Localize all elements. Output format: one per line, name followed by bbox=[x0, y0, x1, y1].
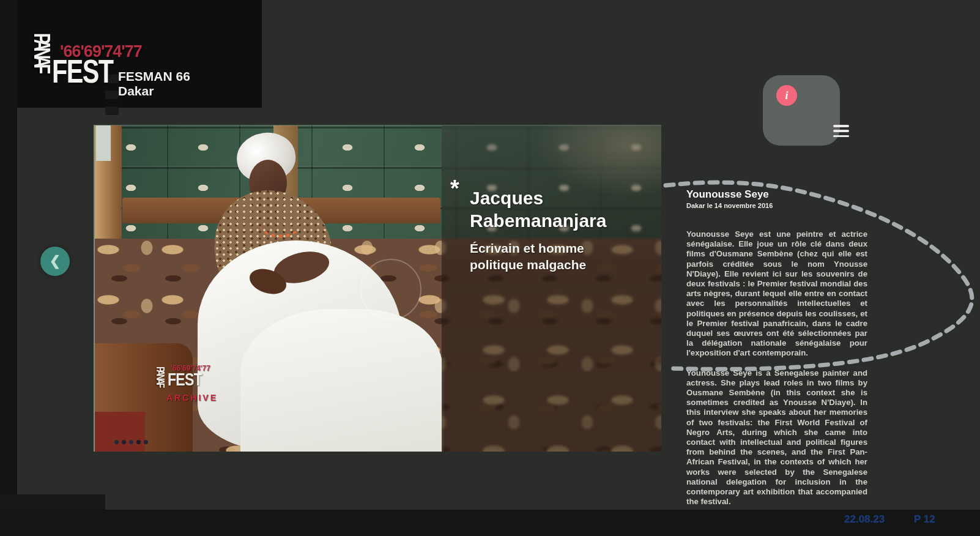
biography-title: Younousse Seye bbox=[686, 188, 867, 201]
info-button[interactable]: i bbox=[776, 85, 797, 106]
hamburger-menu-icon[interactable] bbox=[833, 125, 849, 137]
info-icon: i bbox=[785, 89, 788, 102]
speaker-role-line2: politique malgache bbox=[470, 256, 586, 273]
chevron-left-icon: ❮ bbox=[50, 255, 61, 268]
logo-fest-text: FEST bbox=[52, 53, 113, 90]
control-panel: i bbox=[763, 75, 840, 146]
watermark-panaf-text: PANAF bbox=[154, 367, 167, 406]
asterisk-mark: * bbox=[450, 176, 459, 202]
panafest-archive-watermark: PANAF '66'69'74'77 FEST ARCHIVE bbox=[154, 364, 235, 422]
bead-necklace bbox=[260, 211, 300, 238]
red-cloth bbox=[95, 412, 145, 452]
speaker-name-line1: Jacques bbox=[470, 187, 606, 209]
speaker-role-line1: Écrivain et homme bbox=[470, 240, 586, 256]
biography-panel: Younousse Seye Dakar le 14 novembre 2016… bbox=[686, 188, 867, 507]
panafest-logo[interactable]: PANAF '66'69'74'77 FEST FESMAN 66 Dakar bbox=[28, 31, 229, 104]
footer-date: 22.08.23 bbox=[844, 513, 885, 526]
left-edge-strip bbox=[0, 0, 17, 536]
play-ring-icon[interactable] bbox=[360, 259, 421, 320]
white-dress-skirt bbox=[240, 309, 442, 452]
speaker-name-line2: Rabemananjara bbox=[470, 209, 606, 232]
footer-bar bbox=[0, 510, 980, 536]
biography-date: Dakar le 14 novembre 2016 bbox=[686, 202, 867, 209]
page-title: FESMAN 66 Dakar bbox=[118, 69, 229, 99]
biography-english-text: Younousse Seye is a Senegalese painter a… bbox=[686, 368, 867, 507]
video-player[interactable]: * Jacques Rabemananjara Écrivain et homm… bbox=[94, 125, 661, 452]
caption-overlay-panel: * Jacques Rabemananjara Écrivain et homm… bbox=[442, 125, 661, 452]
watermark-fest-text: FEST bbox=[168, 370, 202, 390]
white-door bbox=[96, 125, 111, 161]
biography-french-text: Younousse Seye est une peintre et actric… bbox=[686, 229, 867, 359]
speaker-role: Écrivain et homme politique malgache bbox=[470, 240, 586, 273]
logo-panaf-text: PANAF bbox=[29, 33, 54, 104]
footer-page-number: P 12 bbox=[914, 513, 935, 526]
player-progress-dots[interactable] bbox=[114, 440, 148, 444]
watermark-archive-text: ARCHIVE bbox=[166, 393, 218, 403]
back-button[interactable]: ❮ bbox=[40, 247, 70, 276]
speaker-name: Jacques Rabemananjara bbox=[470, 187, 606, 232]
